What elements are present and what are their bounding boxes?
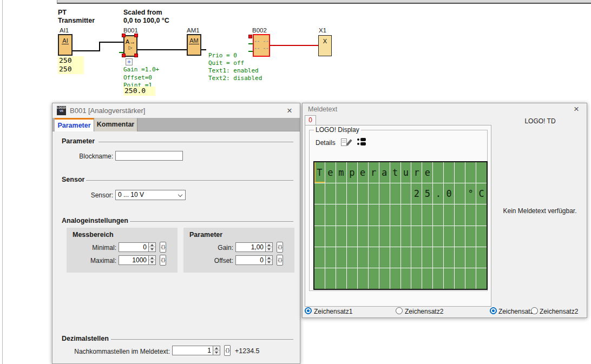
display-cell[interactable] [455, 268, 465, 289]
display-cell[interactable] [369, 204, 379, 225]
nachkomma-reference-button[interactable]: {} [224, 345, 231, 356]
meldetext-titlebar[interactable]: Meldetext × [303, 103, 587, 115]
display-cell[interactable]: r [369, 162, 379, 183]
display-cell[interactable] [325, 204, 336, 225]
gain-input[interactable] [235, 242, 266, 252]
display-cell[interactable] [411, 226, 422, 247]
display-cell[interactable]: 2 [411, 183, 422, 204]
display-cell[interactable] [444, 162, 454, 183]
display-cell[interactable]: r [411, 162, 422, 183]
display-cell[interactable]: m [336, 162, 346, 183]
minimal-input[interactable] [119, 242, 149, 252]
display-cell[interactable] [358, 247, 368, 268]
close-icon[interactable]: × [572, 104, 581, 115]
display-cell[interactable] [358, 226, 368, 247]
display-cell[interactable]: T [314, 162, 325, 183]
display-cell[interactable] [314, 183, 325, 204]
display-cell[interactable]: p [347, 162, 357, 183]
wire-b002-x1[interactable] [270, 45, 318, 46]
display-cell[interactable] [433, 226, 443, 247]
display-cell[interactable] [336, 183, 346, 204]
tab-parameter[interactable]: Parameter [55, 118, 94, 131]
display-cell[interactable] [369, 247, 379, 268]
display-cell[interactable] [422, 204, 432, 225]
tab-kommentar[interactable]: Kommentar [94, 118, 137, 131]
radio-label-display-zeichensatz1[interactable]: Zeichensatz1 [314, 308, 352, 315]
display-cell[interactable] [465, 204, 476, 225]
block-ai1[interactable]: AI [58, 34, 73, 56]
display-cell[interactable] [390, 204, 400, 225]
minimal-reference-button[interactable]: {} [160, 242, 166, 253]
display-cell[interactable] [433, 268, 443, 289]
display-cell[interactable] [347, 226, 357, 247]
display-cell[interactable] [401, 183, 411, 204]
display-cell[interactable]: a [379, 162, 390, 183]
display-cell[interactable] [411, 268, 422, 289]
display-cell[interactable] [422, 226, 432, 247]
display-cell[interactable] [336, 204, 346, 225]
display-cell[interactable] [325, 183, 336, 204]
display-cell[interactable]: e [325, 162, 336, 183]
maximal-reference-button[interactable]: {} [160, 255, 166, 266]
display-cell[interactable] [314, 204, 325, 225]
display-cell[interactable] [379, 204, 390, 225]
selection-handle[interactable] [122, 34, 126, 37]
wire-ai1-b001-top[interactable] [99, 42, 123, 43]
radio-label-display-zeichensatz2[interactable]: Zeichensatz2 [405, 308, 443, 315]
radio-td-zeichensatz2[interactable] [531, 307, 538, 314]
b001-dialog-titlebar[interactable]: LOGO! VB B001 [Analogverstärker] × [52, 103, 300, 118]
display-cell[interactable] [369, 183, 379, 204]
display-cell[interactable] [444, 268, 454, 289]
display-cell[interactable]: u [401, 162, 411, 183]
display-cell[interactable] [422, 268, 432, 289]
display-cell[interactable] [476, 247, 487, 268]
selection-handle[interactable] [122, 54, 126, 57]
gain-spinner[interactable] [266, 242, 273, 252]
display-cell[interactable] [390, 226, 400, 247]
display-cell[interactable] [411, 204, 422, 225]
display-cell[interactable] [401, 268, 411, 289]
wire-b001-am1[interactable] [137, 49, 187, 50]
sensor-select[interactable]: 0 ... 10 V [115, 190, 186, 200]
display-cell[interactable] [444, 204, 454, 225]
display-cell[interactable] [433, 247, 443, 268]
block-am1[interactable]: AM [187, 34, 201, 56]
display-cell[interactable] [390, 183, 400, 204]
display-cell[interactable] [336, 226, 346, 247]
offset-spinner[interactable] [266, 255, 273, 265]
gain-reference-button[interactable]: {} [277, 242, 283, 253]
display-cell[interactable]: e [422, 162, 432, 183]
radio-td-zeichensatz1[interactable] [490, 307, 497, 314]
wire-ai1-b001-riser[interactable] [99, 42, 100, 51]
display-cell[interactable] [358, 183, 368, 204]
block-x1-connector[interactable]: X [318, 35, 332, 56]
display-cell[interactable] [433, 204, 443, 225]
display-cell[interactable] [401, 247, 411, 268]
b001-expand-button[interactable]: + [126, 58, 133, 65]
display-cell[interactable] [314, 226, 325, 247]
display-cell[interactable]: e [358, 162, 368, 183]
display-cell[interactable] [411, 247, 422, 268]
display-cell[interactable] [455, 162, 465, 183]
display-cell[interactable] [314, 268, 325, 289]
nachkomma-spinner[interactable] [213, 346, 220, 355]
display-cell[interactable]: C [476, 183, 487, 204]
display-cell[interactable] [314, 247, 325, 268]
radio-display-zeichensatz2[interactable] [396, 307, 403, 314]
display-cell[interactable] [379, 268, 390, 289]
display-cell[interactable] [433, 162, 443, 183]
display-cell[interactable] [476, 268, 487, 289]
display-cell[interactable] [347, 204, 357, 225]
display-cell[interactable] [347, 268, 357, 289]
display-cell[interactable] [379, 247, 390, 268]
radio-label-td-zeichensatz2[interactable]: Zeichensatz2 [540, 308, 578, 315]
display-cell[interactable] [455, 226, 465, 247]
display-cell[interactable] [358, 204, 368, 225]
wire-ai1-b001[interactable] [73, 50, 100, 51]
display-cell[interactable] [336, 247, 346, 268]
display-cell[interactable] [465, 268, 476, 289]
offset-input[interactable] [235, 255, 266, 265]
blockname-input[interactable] [115, 151, 183, 161]
selection-handle[interactable] [134, 34, 138, 37]
display-cell[interactable] [455, 183, 465, 204]
